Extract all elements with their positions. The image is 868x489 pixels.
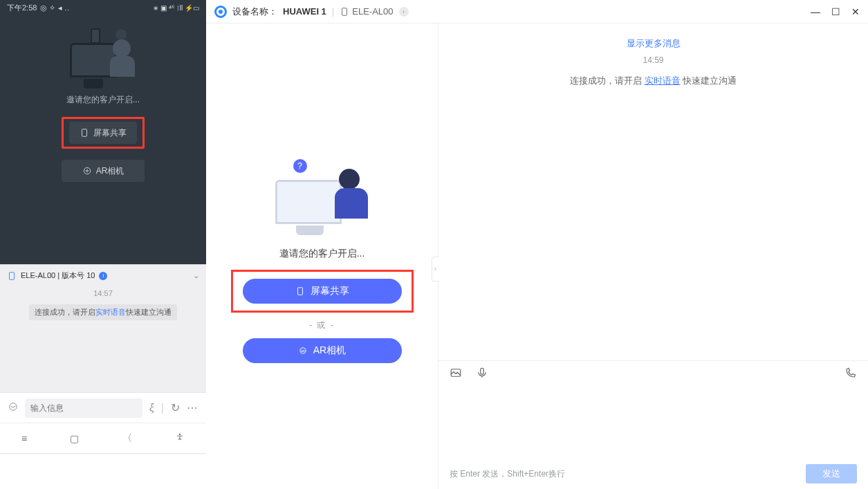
svg-text:AR: AR bbox=[301, 349, 305, 353]
svg-rect-10 bbox=[481, 368, 484, 374]
phone-chat-panel: ELE-AL00 | 版本号 10 i ⌄ 14:57 连接成功，请开启实时语音… bbox=[0, 264, 206, 454]
invite-text: 邀请您的客户开启... bbox=[279, 248, 365, 260]
nav-accessibility-icon[interactable] bbox=[175, 432, 185, 444]
invite-illustration: ? bbox=[267, 155, 378, 238]
phone-ar-camera-label: AR相机 bbox=[96, 165, 124, 177]
voice-link[interactable]: 实时语音 bbox=[645, 75, 681, 86]
show-more-link[interactable]: 显示更多消息 bbox=[438, 37, 868, 50]
send-button[interactable]: 发送 bbox=[806, 464, 857, 483]
phone-mock: 下午2:58 ◎ ✧ ◂ ‥ ∗ ▣ ⁴⁶ ⫶ll ⚡▭ 邀请您的客户开启...… bbox=[0, 0, 206, 454]
phone-icon bbox=[340, 7, 349, 17]
nav-back-icon[interactable]: 〈 bbox=[122, 432, 132, 445]
send-hint: 按 Enter 发送，Shift+Enter换行 bbox=[450, 468, 565, 480]
editor-toolbar bbox=[438, 360, 868, 387]
chat-pane: 显示更多消息 14:59 连接成功，请开启 实时语音 快速建立沟通 bbox=[438, 24, 868, 489]
phone-text-input[interactable] bbox=[25, 398, 142, 418]
phone-chat-title: ELE-AL00 | 版本号 10 bbox=[21, 270, 95, 281]
minimize-icon[interactable]: — bbox=[811, 6, 820, 17]
screen-share-button[interactable]: 屏幕共享 bbox=[243, 279, 402, 304]
phone-screen-share-highlight: 屏幕共享 bbox=[62, 117, 145, 149]
phone-screen-share-label: 屏幕共享 bbox=[93, 127, 127, 139]
close-icon[interactable]: ✕ bbox=[851, 6, 860, 17]
phone-icon bbox=[80, 128, 89, 138]
phone-ar-camera-button[interactable]: AR相机 bbox=[62, 160, 145, 182]
send-row: 按 Enter 发送，Shift+Enter换行 发送 bbox=[438, 459, 868, 489]
or-separator: - 或 - bbox=[309, 320, 335, 331]
main-window: 设备名称： HUAWEI 1 | ELE-AL00 › — ☐ ✕ ? 邀请您的… bbox=[206, 0, 868, 489]
chat-collapse-icon[interactable]: ⌄ bbox=[193, 271, 199, 280]
phone-bottom-pad bbox=[0, 454, 206, 489]
device-more-icon[interactable]: › bbox=[399, 7, 409, 17]
device-icon bbox=[7, 271, 17, 281]
phone-invite-text: 邀请您的客户开启... bbox=[66, 94, 140, 106]
ar-camera-button[interactable]: AR AR相机 bbox=[243, 338, 402, 363]
phone-chat-message: 连接成功，请开启实时语音快速建立沟通 bbox=[29, 304, 177, 320]
phone-nav-bar: ≡ ▢ 〈 bbox=[0, 423, 206, 453]
question-icon: ? bbox=[293, 159, 307, 173]
invite-pane: ? 邀请您的客户开启... 屏幕共享 - 或 - AR AR相机 › bbox=[206, 24, 438, 489]
svg-rect-6 bbox=[297, 288, 302, 295]
svg-point-3 bbox=[10, 403, 17, 410]
device-model-chip[interactable]: ELE-AL00 bbox=[340, 6, 393, 17]
phone-time: 下午2:58 bbox=[7, 3, 37, 13]
ar-icon bbox=[82, 166, 92, 176]
screen-share-highlight: 屏幕共享 bbox=[231, 270, 414, 313]
phone-voice-link[interactable]: 实时语音 bbox=[95, 308, 126, 316]
device-label: 设备名称： bbox=[232, 6, 277, 18]
svg-rect-5 bbox=[342, 8, 347, 15]
device-model: ELE-AL00 bbox=[352, 6, 393, 17]
message-editor[interactable] bbox=[438, 387, 868, 459]
nav-menu-icon[interactable]: ≡ bbox=[21, 433, 27, 444]
phone-status-right: ∗ ▣ ⁴⁶ ⫶ll ⚡▭ bbox=[153, 4, 199, 12]
ar-icon: AR bbox=[298, 346, 308, 356]
connection-message: 连接成功，请开启 实时语音 快速建立沟通 bbox=[438, 75, 868, 87]
chat-timestamp: 14:59 bbox=[438, 55, 868, 65]
nav-home-icon[interactable]: ▢ bbox=[70, 433, 79, 444]
maximize-icon[interactable]: ☐ bbox=[831, 6, 840, 17]
svg-rect-2 bbox=[10, 272, 15, 279]
ar-camera-label: AR相机 bbox=[313, 344, 346, 357]
window-topbar: 设备名称： HUAWEI 1 | ELE-AL00 › — ☐ ✕ bbox=[206, 0, 868, 24]
sound-icon[interactable] bbox=[8, 402, 18, 414]
pane-collapse-icon[interactable]: › bbox=[432, 257, 438, 282]
app-logo-icon bbox=[214, 6, 227, 18]
more-icon[interactable]: ⋯ bbox=[187, 401, 198, 414]
topbar-sep: | bbox=[332, 6, 334, 17]
mic-icon[interactable] bbox=[476, 367, 488, 382]
phone-status-icons: ◎ ✧ ◂ ‥ bbox=[40, 3, 68, 12]
device-name: HUAWEI 1 bbox=[283, 6, 326, 17]
phone-divider: | bbox=[161, 402, 164, 414]
phone-icon bbox=[295, 286, 305, 296]
phone-screen-share-button[interactable]: 屏幕共享 bbox=[69, 122, 137, 144]
svg-rect-0 bbox=[82, 129, 87, 137]
image-icon[interactable] bbox=[450, 367, 462, 382]
phone-chat-time: 14:57 bbox=[0, 286, 206, 300]
screen-share-label: 屏幕共享 bbox=[311, 285, 349, 297]
info-badge-icon[interactable]: i bbox=[99, 272, 107, 280]
phone-input-bar: ξ | ↻ ⋯ bbox=[0, 392, 206, 423]
call-icon[interactable] bbox=[844, 367, 857, 382]
phone-status-bar: 下午2:58 ◎ ✧ ◂ ‥ ∗ ▣ ⁴⁶ ⫶ll ⚡▭ bbox=[0, 0, 206, 15]
phone-illustration bbox=[62, 26, 145, 91]
sigma-icon[interactable]: ξ bbox=[149, 402, 154, 414]
refresh-icon[interactable]: ↻ bbox=[171, 401, 180, 414]
svg-point-4 bbox=[179, 434, 181, 435]
